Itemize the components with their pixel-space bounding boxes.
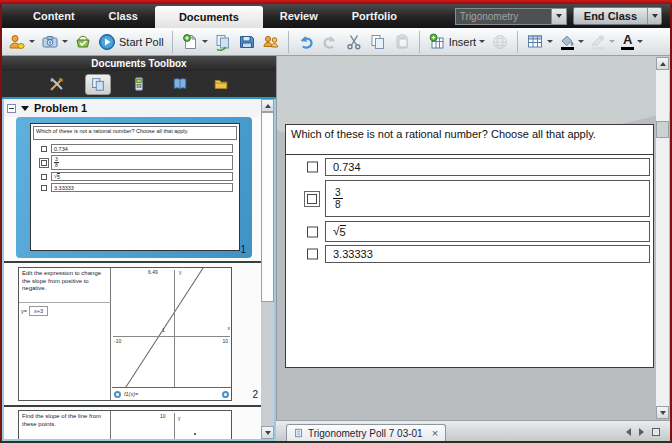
answer-checkbox[interactable] [307, 249, 318, 260]
text-color-button[interactable]: A [619, 30, 645, 54]
document-tools-tab[interactable] [44, 74, 70, 95]
mini-answer-row: 0.734 [31, 144, 239, 153]
start-poll-button[interactable]: Start Poll [96, 30, 166, 54]
content-explorer-tab[interactable] [208, 74, 234, 95]
document-scrollbar[interactable] [656, 57, 669, 419]
copy-button[interactable] [367, 30, 389, 54]
smartview-tab[interactable] [126, 74, 152, 95]
mini-question-box: Which of these is not a rational number?… [33, 126, 237, 140]
toolbox-tab-bar [2, 71, 276, 97]
scrollbar-thumb[interactable] [261, 112, 274, 302]
expand-arrow-icon[interactable] [21, 106, 29, 111]
toolbar-separator [288, 31, 289, 53]
close-icon[interactable]: × [432, 428, 438, 438]
document-tab[interactable]: Trigonometry Poll 7 03-01 × [286, 424, 446, 441]
previous-tab-icon[interactable] [626, 428, 631, 436]
class-select[interactable]: Trigonometry [455, 8, 567, 25]
pencil-icon [590, 34, 606, 46]
problem-group-header[interactable]: Problem 1 [4, 99, 261, 117]
calculator-icon [131, 76, 147, 92]
new-document-icon [181, 33, 199, 51]
page-separator [4, 405, 261, 407]
tab-list-icon[interactable] [652, 428, 660, 436]
answer-box[interactable]: 3.33333 [325, 245, 650, 263]
wrench-icon [49, 76, 65, 92]
pane-divider [19, 302, 111, 303]
save-button[interactable] [236, 30, 258, 54]
variables-button[interactable] [489, 30, 511, 54]
scroll-down-icon[interactable] [656, 406, 669, 419]
page-sorter: Problem 1 Which of these is not a ration… [4, 99, 261, 439]
mini-answer-row: 38 [31, 155, 239, 170]
problem-label: Problem 1 [34, 102, 87, 114]
toolbar-separator [419, 31, 420, 53]
collect-document-button[interactable] [72, 30, 94, 54]
scrollbar-thumb[interactable] [656, 121, 669, 138]
scroll-up-icon[interactable] [656, 57, 669, 70]
class-transfer-button[interactable] [260, 30, 282, 54]
text-color-swatch [621, 47, 634, 50]
folder-icon [213, 76, 229, 92]
data-point [194, 433, 196, 435]
line-color-button[interactable] [588, 30, 617, 54]
utilities-tab[interactable] [167, 74, 193, 95]
document-tab-label: Trigonometry Poll 7 03-01 [308, 428, 423, 439]
cut-button[interactable] [343, 30, 365, 54]
table-button[interactable] [524, 30, 555, 54]
insert-icon [428, 33, 446, 51]
redo-button[interactable] [319, 30, 341, 54]
sorter-scrollbar[interactable] [261, 99, 274, 439]
page-number: 1 [240, 244, 246, 255]
dropdown-caret-icon [29, 40, 35, 43]
answer-checkbox[interactable] [307, 226, 318, 237]
end-class-caret-icon[interactable] [647, 8, 661, 24]
screen-capture-button[interactable] [39, 30, 70, 54]
tab-portfolio[interactable]: Portfolio [335, 4, 414, 28]
thumb3-graph: 10 y [112, 411, 231, 439]
send-document-button[interactable] [212, 30, 234, 54]
next-tab-icon[interactable] [639, 428, 644, 436]
document-icon [294, 428, 304, 438]
answer-checkbox-focused[interactable] [304, 191, 320, 207]
entry-handle-icon [114, 391, 121, 398]
page-thumbnail-3[interactable]: Find the slope of the line from these po… [18, 410, 232, 439]
thumb3-instruction: Find the slope of the line from these po… [19, 411, 110, 430]
collapse-icon[interactable] [7, 104, 16, 113]
answer-box[interactable]: √5 [325, 221, 650, 242]
dropdown-caret-icon [479, 40, 485, 43]
checkbox-icon [41, 146, 47, 152]
page-thumbnail-2[interactable]: Edit the expression to change the slope … [18, 267, 232, 401]
x-axis [113, 336, 230, 337]
y-axis [174, 270, 175, 387]
book-icon [172, 76, 188, 92]
add-user-button[interactable] [6, 30, 37, 54]
scroll-down-icon[interactable] [261, 426, 274, 439]
tab-review[interactable]: Review [263, 4, 335, 28]
insert-button[interactable]: Insert [426, 30, 488, 54]
page-thumbnail-1[interactable]: Which of these is not a rational number?… [16, 117, 252, 258]
thumb2-text-pane: Edit the expression to change the slope … [19, 268, 111, 400]
answer-row: √5 [286, 221, 653, 242]
tab-content[interactable]: Content [16, 4, 92, 28]
page-sorter-tab[interactable] [85, 74, 111, 95]
question-box[interactable]: Which of these is not a rational number?… [286, 125, 653, 155]
tab-documents[interactable]: Documents [155, 6, 263, 28]
line-color-swatch [592, 47, 605, 50]
answer-box[interactable]: 0.734 [325, 158, 650, 176]
save-icon [238, 33, 256, 51]
document-page: Which of these is not a rational number?… [285, 124, 654, 368]
undo-button[interactable] [295, 30, 317, 54]
scroll-up-icon[interactable] [261, 99, 274, 112]
chevron-down-icon[interactable] [551, 9, 566, 24]
person-coin-icon [8, 33, 26, 51]
answer-checkbox[interactable] [307, 162, 318, 173]
answer-box[interactable]: 38 [325, 180, 650, 217]
document-workspace: Which of these is not a rational number?… [276, 56, 670, 420]
paste-button[interactable] [391, 30, 413, 54]
page-number: 2 [252, 389, 258, 400]
new-document-button[interactable] [179, 30, 210, 54]
tab-class[interactable]: Class [92, 4, 155, 28]
fill-color-button[interactable] [557, 30, 586, 54]
globe-icon [491, 33, 509, 51]
end-class-button[interactable]: End Class [573, 7, 662, 25]
